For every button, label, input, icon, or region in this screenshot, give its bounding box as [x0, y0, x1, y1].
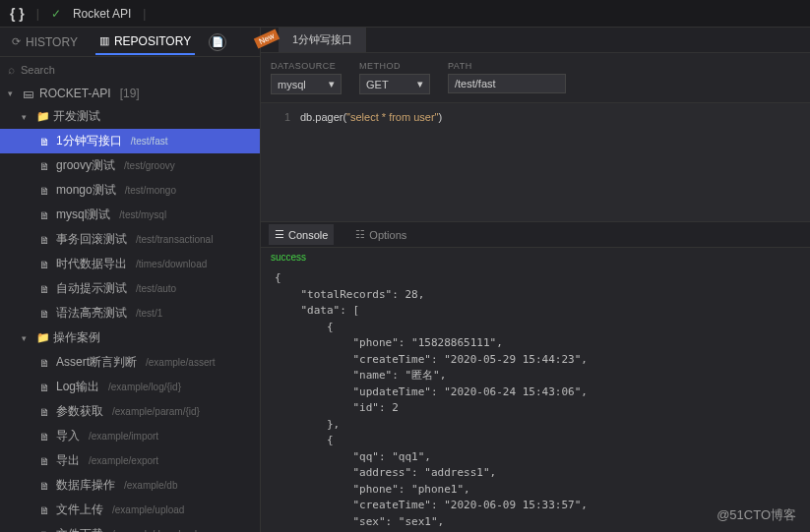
api-path: /test/fast — [131, 136, 168, 147]
folder-icon: 📁 — [36, 331, 48, 344]
api-item[interactable]: 🗎时代数据导出/times/download — [0, 252, 260, 276]
folder-node[interactable]: ▾📁开发测试 — [0, 104, 260, 129]
api-item[interactable]: 🗎groovy测试/test/groovy — [0, 153, 260, 178]
sliders-icon: ☷ — [355, 228, 365, 241]
api-label: 文件上传 — [56, 502, 103, 518]
api-item[interactable]: 🗎文件下载/example/download — [0, 522, 260, 532]
tab-repository[interactable]: ▥REPOSITORY — [95, 30, 195, 55]
editor-tab[interactable]: 1分钟写接口 — [279, 28, 367, 52]
api-item[interactable]: 🗎mysql测试/test/mysql — [0, 203, 260, 227]
sidebar: ⟳HISTORY ▥REPOSITORY 📄 ⌕ ▾ 🖴 ROCKET-API … — [0, 28, 261, 532]
api-label: 1分钟写接口 — [56, 133, 122, 149]
api-label: 导出 — [56, 452, 80, 469]
api-label: 自动提示测试 — [56, 280, 127, 297]
request-params: DATASOURCE mysql▾ METHOD GET▾ PATH /test… — [261, 53, 810, 103]
api-path: /test/mysql — [119, 209, 166, 220]
api-path: /example/export — [89, 455, 158, 466]
app-title: Rocket API — [73, 7, 131, 21]
result-tabs: ☰Console ☷Options — [261, 222, 810, 248]
line-gutter: 1 — [261, 111, 300, 213]
status-text: success — [261, 248, 810, 266]
caret-down-icon: ▾ — [22, 112, 31, 122]
api-path: /example/db — [124, 480, 177, 491]
api-tree: ▾ 🖴 ROCKET-API [19] ▾📁开发测试🗎1分钟写接口/test/f… — [0, 83, 260, 532]
api-label: 导入 — [56, 428, 80, 444]
api-label: mongo测试 — [56, 182, 116, 199]
api-item[interactable]: 🗎语法高亮测试/test/1 — [0, 301, 260, 325]
drive-icon: 🖴 — [23, 88, 34, 99]
file-icon: 🗎 — [39, 160, 51, 172]
file-icon: 🗎 — [39, 480, 51, 492]
tab-console[interactable]: ☰Console — [269, 224, 334, 245]
content-pane: New 1分钟写接口 DATASOURCE mysql▾ METHOD GET▾… — [261, 28, 810, 532]
path-label: PATH — [448, 61, 566, 71]
root-node[interactable]: ▾ 🖴 ROCKET-API [19] — [0, 83, 260, 104]
file-icon: 🗎 — [39, 308, 51, 320]
results-panel: ☰Console ☷Options success { "totalRecord… — [261, 221, 810, 532]
api-label: Assert断言判断 — [56, 354, 137, 371]
editor-tabs: New 1分钟写接口 — [261, 28, 810, 53]
separator: | — [143, 7, 146, 21]
add-button[interactable]: 📄 — [209, 33, 226, 51]
folder-icon: 📁 — [36, 110, 48, 123]
file-icon: 🗎 — [39, 283, 51, 295]
file-icon: 🗎 — [39, 529, 51, 533]
api-path: /example/assert — [146, 357, 216, 368]
caret-down-icon: ▾ — [8, 89, 18, 98]
tab-history[interactable]: ⟳HISTORY — [8, 30, 82, 54]
api-item[interactable]: 🗎Assert断言判断/example/assert — [0, 350, 260, 375]
api-item[interactable]: 🗎文件上传/example/upload — [0, 498, 260, 522]
folder-icon: ▥ — [99, 34, 109, 47]
sidebar-tabs: ⟳HISTORY ▥REPOSITORY 📄 — [0, 28, 260, 57]
topbar: { } | ✓ Rocket API | — [0, 0, 810, 28]
method-label: METHOD — [359, 61, 430, 71]
api-label: 语法高亮测试 — [56, 305, 127, 322]
separator: | — [36, 7, 39, 21]
api-path: /test/mongo — [125, 185, 176, 196]
datasource-label: DATASOURCE — [271, 61, 342, 71]
api-item[interactable]: 🗎事务回滚测试/test/transactional — [0, 227, 260, 252]
api-item[interactable]: 🗎参数获取/example/param/{id} — [0, 399, 260, 424]
api-item[interactable]: 🗎自动提示测试/test/auto — [0, 276, 260, 301]
chevron-down-icon: ▾ — [329, 78, 335, 90]
file-icon: 🗎 — [39, 382, 51, 393]
api-item[interactable]: 🗎导出/example/export — [0, 448, 260, 473]
api-item[interactable]: 🗎mongo测试/test/mongo — [0, 178, 260, 203]
clock-icon: ⟳ — [12, 35, 21, 48]
api-label: 文件下载 — [56, 526, 103, 532]
api-item[interactable]: 🗎数据库操作/example/db — [0, 473, 260, 498]
check-icon: ✓ — [51, 7, 61, 21]
api-path: /test/1 — [136, 308, 162, 319]
api-item[interactable]: 🗎导入/example/import — [0, 424, 260, 448]
api-item[interactable]: 🗎Log输出/example/log/{id} — [0, 375, 260, 399]
file-icon: 🗎 — [39, 357, 51, 369]
api-label: Log输出 — [56, 379, 99, 395]
api-path: /example/upload — [112, 504, 184, 515]
api-item[interactable]: 🗎1分钟写接口/test/fast — [0, 129, 260, 153]
json-output[interactable]: { "totalRecords": 28, "data": [ { "phone… — [261, 266, 810, 532]
api-label: mysql测试 — [56, 207, 110, 223]
api-path: /times/download — [136, 259, 207, 269]
folder-node[interactable]: ▾📁操作案例 — [0, 325, 260, 350]
search-input[interactable] — [21, 64, 252, 76]
file-icon: 🗎 — [39, 504, 51, 516]
path-input[interactable]: /test/fast — [448, 74, 566, 93]
chevron-down-icon: ▾ — [417, 78, 423, 90]
search-bar: ⌕ — [0, 57, 260, 83]
api-label: 时代数据导出 — [56, 256, 127, 272]
api-path: /test/auto — [136, 283, 176, 294]
list-icon: ☰ — [275, 228, 284, 241]
code-editor[interactable]: 1 db.pager("select * from user") — [261, 103, 810, 221]
file-icon: 🗎 — [39, 136, 51, 148]
api-label: groovy测试 — [56, 157, 115, 174]
api-path: /test/groovy — [124, 160, 175, 171]
file-icon: 🗎 — [39, 259, 51, 270]
api-path: /test/transactional — [136, 234, 213, 245]
method-select[interactable]: GET▾ — [359, 74, 430, 94]
caret-down-icon: ▾ — [22, 333, 31, 343]
datasource-select[interactable]: mysql▾ — [271, 74, 342, 94]
tab-options[interactable]: ☷Options — [349, 224, 412, 245]
api-label: 参数获取 — [56, 403, 103, 420]
file-icon: 🗎 — [39, 406, 51, 418]
search-icon: ⌕ — [8, 63, 15, 77]
